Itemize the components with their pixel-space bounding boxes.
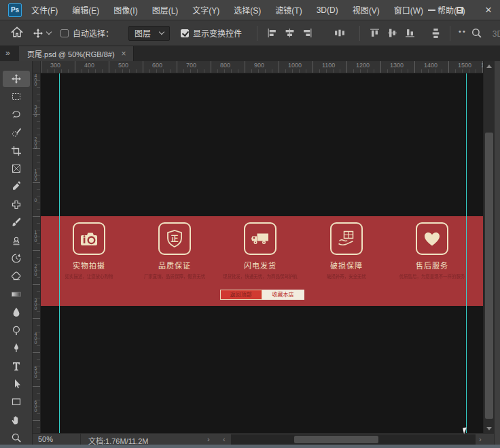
type-tool[interactable] (3, 358, 30, 374)
gradient-tool[interactable] (3, 286, 30, 303)
menu-item-type[interactable]: 文字(Y) (192, 4, 219, 16)
menu-item-layer[interactable]: 图层(L) (152, 4, 179, 16)
blur-tool[interactable] (3, 304, 30, 320)
banner-icon-box: 正 (158, 222, 191, 255)
clone-stamp-tool[interactable] (3, 232, 30, 249)
horizontal-scrollbar[interactable] (231, 434, 476, 445)
rectangle-tool-icon (11, 396, 22, 407)
document-tab-bar: » 页尾.psd @ 50%(RGB/8#) × (0, 46, 500, 61)
vertical-ruler[interactable]: 4003002001000100200300400500600 (33, 73, 41, 433)
align-vertical-centers-button[interactable] (385, 26, 399, 41)
home-icon (11, 26, 23, 38)
scroll-up-button[interactable] (484, 61, 495, 71)
maximize-button[interactable] (452, 4, 467, 16)
distribute-vertical-button[interactable] (428, 26, 443, 41)
dodge-tool[interactable] (3, 322, 30, 339)
eraser-tool[interactable] (3, 268, 30, 284)
rectangle-tool[interactable] (3, 394, 30, 410)
distribute-horizontal-button[interactable] (332, 26, 347, 41)
move-tool[interactable] (3, 71, 30, 87)
tab-close-icon[interactable]: × (122, 49, 126, 58)
status-popup-arrow[interactable]: › (207, 435, 210, 443)
align-right-edges-button[interactable] (300, 26, 315, 41)
ruler-label: 1000 (288, 62, 302, 69)
show-transform-label: 显示变换控件 (193, 27, 242, 39)
heart-icon (422, 229, 442, 248)
ruler-label: 1100 (322, 62, 335, 69)
vertical-scrollbar[interactable] (483, 61, 494, 433)
vertical-scrollbar-thumb[interactable] (485, 133, 493, 419)
scroll-right-button[interactable]: › (479, 435, 482, 443)
zoom-tool[interactable] (3, 430, 30, 446)
align-top-edges-button[interactable] (367, 26, 382, 41)
zoom-level-field[interactable]: 50% (38, 435, 53, 443)
brush-tool[interactable] (3, 214, 30, 230)
align-left-edges-button[interactable] (264, 26, 279, 41)
menu-item-file[interactable]: 文件(F) (31, 4, 58, 16)
scroll-left-button[interactable]: ‹ (223, 435, 226, 443)
more-options-icon[interactable]: •• (459, 27, 467, 35)
auto-select-target-dropdown[interactable]: 图层 (128, 26, 170, 41)
eyedropper-tool[interactable] (3, 178, 30, 194)
horizontal-scrollbar-thumb[interactable] (294, 436, 378, 443)
align-bottom-edges-button[interactable] (402, 26, 417, 41)
clone-stamp-tool-icon (11, 235, 22, 246)
frame-tool[interactable] (3, 160, 30, 177)
menu-item-window[interactable]: 窗口(W) (394, 4, 423, 16)
align-horizontal-centers-button[interactable] (282, 26, 297, 41)
separator (80, 434, 81, 445)
search-button[interactable] (469, 26, 484, 41)
banner-service-item: 闪电发货现货批发，快递无忧，为商品保驾护航 (217, 222, 303, 279)
banner-item-subtitle: 现货批发，快递无忧，为商品保驾护航 (221, 273, 300, 279)
quick-selection-tool[interactable] (3, 124, 30, 141)
shield-icon: 正 (164, 229, 185, 248)
tool-options-bar: 自动选择： 图层 显示变换控件 •• 3D 模式 (0, 20, 500, 46)
truck-icon (250, 229, 270, 248)
mode-3d-button[interactable]: 3D 模式 (493, 27, 500, 39)
menu-item-view[interactable]: 视图(V) (353, 4, 380, 16)
horizontal-ruler[interactable]: 3004005006007008009001000110012001300140… (41, 61, 483, 73)
close-icon: × (485, 7, 492, 14)
document-canvas[interactable]: 实物拍摄如实描述，让您放心购物正品质保证厂家直销，品质保障，假货无忧闪电发货现货… (41, 73, 483, 433)
gradient-tool-icon (11, 289, 22, 300)
title-bar: Ps 文件(F)编辑(E)图像(I)图层(L)文字(Y)选择(S)滤镜(T)3D… (0, 0, 500, 20)
rectangular-marquee-tool[interactable] (3, 88, 30, 105)
auto-select-checkbox[interactable]: 自动选择： (60, 27, 113, 39)
arrow-up-icon (486, 65, 492, 68)
path-selection-tool[interactable] (3, 376, 30, 392)
photoshop-logo-icon: Ps (8, 3, 22, 17)
ruler-label: 1200 (356, 62, 370, 69)
crop-tool[interactable] (3, 143, 30, 159)
menu-item-image[interactable]: 图像(I) (113, 4, 137, 16)
home-button[interactable] (11, 26, 23, 40)
crop-tool-icon (11, 145, 22, 156)
menu-item-edit[interactable]: 编辑(E) (72, 4, 99, 16)
lasso-tool[interactable] (3, 107, 30, 123)
eraser-tool-icon (11, 271, 22, 281)
document-tab[interactable]: 页尾.psd @ 50%(RGB/8#) × (19, 46, 134, 61)
pen-tool-icon (11, 343, 22, 354)
scroll-down-button[interactable] (484, 424, 495, 433)
search-icon (471, 27, 482, 39)
banner-item-subtitle: 如实描述，让您放心购物 (50, 273, 128, 279)
target-value: 图层 (135, 27, 151, 39)
hand-tool[interactable] (3, 412, 30, 428)
guide-line[interactable] (466, 73, 467, 433)
spot-healing-tool[interactable] (3, 196, 30, 213)
banner-item-title: 售后服务 (389, 260, 475, 271)
close-button[interactable]: × (481, 4, 496, 16)
footer-banner-artwork: 实物拍摄如实描述，让您放心购物正品质保证厂家直销，品质保障，假货无忧闪电发货现货… (41, 216, 483, 306)
minimize-button[interactable] (424, 4, 439, 16)
guide-line[interactable] (59, 73, 60, 433)
menu-item-select[interactable]: 选择(S) (234, 4, 261, 16)
move-tool-preset-button[interactable] (33, 28, 51, 39)
show-transform-checkbox[interactable]: 显示变换控件 (181, 27, 242, 39)
panel-collapse-button[interactable]: » (5, 48, 10, 58)
zoom-tool-icon (11, 432, 22, 443)
ruler-label: 800 (220, 62, 230, 69)
menu-item-3d[interactable]: 3D(D) (317, 5, 338, 15)
history-brush-tool[interactable] (3, 250, 30, 266)
pen-tool[interactable] (3, 340, 30, 356)
menu-item-filter[interactable]: 滤镜(T) (275, 4, 302, 16)
ruler-label: 0 (33, 198, 38, 202)
